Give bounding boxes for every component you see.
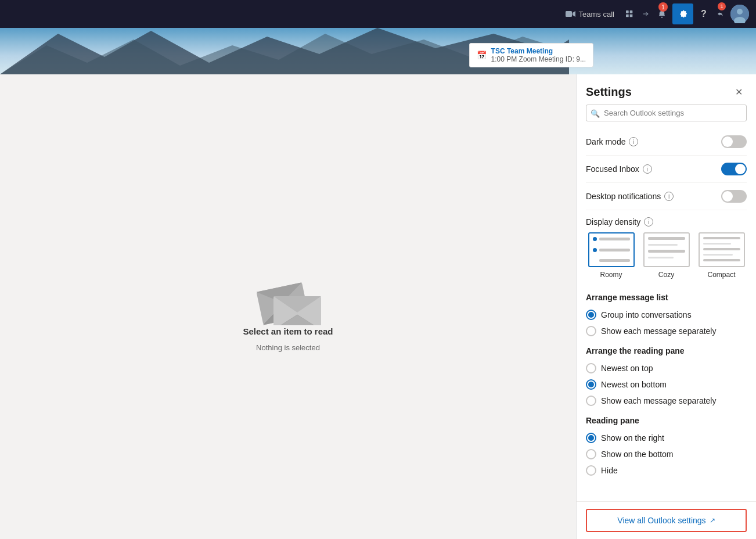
meeting-banner[interactable]: 📅 TSC Team Meeting 1:00 PM Zoom Meeting … bbox=[469, 43, 593, 67]
radio-hide[interactable]: Hide bbox=[586, 462, 747, 479]
radio-show-each-separate[interactable]: Show each message separately bbox=[586, 393, 747, 409]
empty-state-subtitle: Nothing is selected bbox=[256, 343, 320, 352]
svg-rect-0 bbox=[566, 11, 572, 17]
radio-show-right[interactable]: Show on the right bbox=[586, 430, 747, 446]
focused-inbox-info-icon[interactable]: i bbox=[643, 164, 652, 174]
settings-header: Settings ✕ bbox=[577, 74, 756, 105]
display-density-label: Display density i bbox=[586, 217, 747, 227]
density-cozy[interactable]: Cozy bbox=[641, 232, 692, 279]
density-roomy[interactable]: Roomy bbox=[586, 232, 636, 279]
radio-newest-bottom[interactable]: Newest on bottom bbox=[586, 376, 747, 393]
radio-group-conversations-dot bbox=[588, 312, 594, 318]
settings-title: Settings bbox=[586, 85, 632, 99]
settings-footer: View all Outlook settings ↗ bbox=[577, 501, 756, 539]
meeting-title: TSC Team Meeting bbox=[491, 47, 586, 55]
grid-icon[interactable] bbox=[624, 8, 635, 20]
radio-newest-top[interactable]: Newest on top bbox=[586, 360, 747, 376]
dark-mode-row: Dark mode i bbox=[586, 128, 747, 156]
dark-mode-info-icon[interactable]: i bbox=[629, 137, 638, 146]
avatar[interactable] bbox=[730, 5, 749, 23]
reading-pane-heading: Reading pane bbox=[586, 409, 747, 430]
reading-pane: Select an item to read Nothing is select… bbox=[0, 74, 576, 539]
notification-badge: 1 bbox=[658, 2, 668, 12]
radio-show-bottom-circle bbox=[586, 449, 596, 459]
settings-panel: Settings ✕ 🔍 Dark mode i Focused In bbox=[576, 74, 756, 539]
radio-newest-bottom-label: Newest on bottom bbox=[601, 380, 667, 389]
svg-rect-2 bbox=[630, 10, 633, 13]
search-icon: 🔍 bbox=[591, 109, 600, 117]
density-line bbox=[599, 238, 630, 240]
desktop-notifications-label: Desktop notifications i bbox=[586, 192, 674, 201]
close-button[interactable]: ✕ bbox=[730, 84, 747, 100]
radio-show-bottom-label: Show on the bottom bbox=[601, 450, 674, 459]
desktop-notifications-row: Desktop notifications i bbox=[586, 183, 747, 210]
display-density-info-icon[interactable]: i bbox=[644, 217, 653, 227]
external-link-icon: ↗ bbox=[710, 516, 715, 524]
empty-state-title: Select an item to read bbox=[243, 326, 333, 336]
empty-state-icon bbox=[253, 261, 323, 319]
topbar: Teams call 1 ? bbox=[0, 0, 756, 28]
density-dot-2 bbox=[593, 248, 597, 252]
focused-inbox-toggle[interactable] bbox=[721, 163, 747, 175]
arrange-reading-pane-section: Arrange the reading pane Newest on top N… bbox=[586, 339, 747, 409]
density-compact[interactable]: Compact bbox=[696, 232, 747, 279]
search-box: 🔍 bbox=[586, 105, 747, 121]
density-cozy-label: Cozy bbox=[658, 271, 674, 279]
reply-badge: 1 bbox=[718, 2, 726, 10]
banner: 📅 TSC Team Meeting 1:00 PM Zoom Meeting … bbox=[0, 28, 756, 74]
density-cozy-card bbox=[643, 232, 690, 267]
svg-rect-1 bbox=[626, 10, 629, 13]
density-options: Roomy Cozy bbox=[586, 232, 747, 279]
radio-show-each-separate-circle bbox=[586, 396, 596, 406]
radio-newest-bottom-dot bbox=[588, 382, 594, 387]
teams-call-label: Teams call bbox=[579, 10, 614, 19]
desktop-notifications-toggle-knob bbox=[722, 191, 733, 202]
radio-hide-circle bbox=[586, 465, 596, 476]
focused-inbox-row: Focused Inbox i bbox=[586, 156, 747, 183]
settings-body: Dark mode i Focused Inbox i bbox=[577, 128, 756, 501]
radio-show-each-label: Show each message separately bbox=[601, 326, 716, 336]
teams-call-button[interactable]: Teams call bbox=[560, 6, 619, 22]
radio-newest-top-circle bbox=[586, 363, 596, 373]
display-density-section: Display density i bbox=[586, 210, 747, 286]
radio-newest-bottom-circle bbox=[586, 379, 596, 390]
meeting-info: TSC Team Meeting 1:00 PM Zoom Meeting ID… bbox=[491, 47, 586, 63]
video-icon bbox=[565, 8, 577, 20]
dark-mode-toggle-knob bbox=[722, 136, 733, 147]
notification-area[interactable]: 1 bbox=[656, 8, 668, 20]
svg-point-7 bbox=[737, 9, 743, 15]
search-input[interactable] bbox=[586, 105, 747, 121]
density-compact-label: Compact bbox=[707, 271, 735, 279]
radio-show-each-separate-label: Show each message separately bbox=[601, 396, 716, 405]
view-all-button[interactable]: View all Outlook settings ↗ bbox=[586, 509, 747, 532]
svg-point-5 bbox=[661, 17, 663, 18]
radio-group-conversations[interactable]: Group into conversations bbox=[586, 307, 747, 323]
density-dot bbox=[593, 237, 597, 241]
density-roomy-label: Roomy bbox=[600, 271, 622, 279]
radio-show-each-circle bbox=[586, 326, 596, 336]
dark-mode-toggle[interactable] bbox=[721, 135, 747, 148]
density-line-2 bbox=[599, 249, 630, 251]
radio-show-right-label: Show on the right bbox=[601, 433, 664, 443]
share-icon[interactable] bbox=[640, 8, 651, 20]
radio-hide-label: Hide bbox=[601, 466, 618, 475]
desktop-notifications-info-icon[interactable]: i bbox=[664, 192, 674, 201]
radio-show-right-dot bbox=[588, 435, 594, 441]
account-area[interactable]: 1 bbox=[714, 8, 726, 20]
svg-rect-3 bbox=[626, 15, 629, 17]
density-compact-card bbox=[699, 232, 745, 267]
help-icon[interactable]: ? bbox=[698, 8, 710, 20]
radio-show-right-circle bbox=[586, 433, 596, 443]
radio-group-conversations-circle bbox=[586, 310, 596, 320]
view-all-label: View all Outlook settings bbox=[617, 516, 705, 525]
meeting-time: 1:00 PM Zoom Meeting ID: 9... bbox=[491, 55, 586, 63]
density-roomy-card bbox=[588, 232, 635, 267]
radio-show-each-message[interactable]: Show each message separately bbox=[586, 323, 747, 339]
arrange-reading-pane-heading: Arrange the reading pane bbox=[586, 339, 747, 360]
radio-group-conversations-label: Group into conversations bbox=[601, 310, 692, 319]
svg-rect-4 bbox=[630, 15, 633, 17]
gear-button[interactable] bbox=[672, 3, 693, 24]
radio-show-bottom[interactable]: Show on the bottom bbox=[586, 446, 747, 462]
arrange-message-list-section: Arrange message list Group into conversa… bbox=[586, 286, 747, 339]
desktop-notifications-toggle[interactable] bbox=[721, 190, 747, 203]
